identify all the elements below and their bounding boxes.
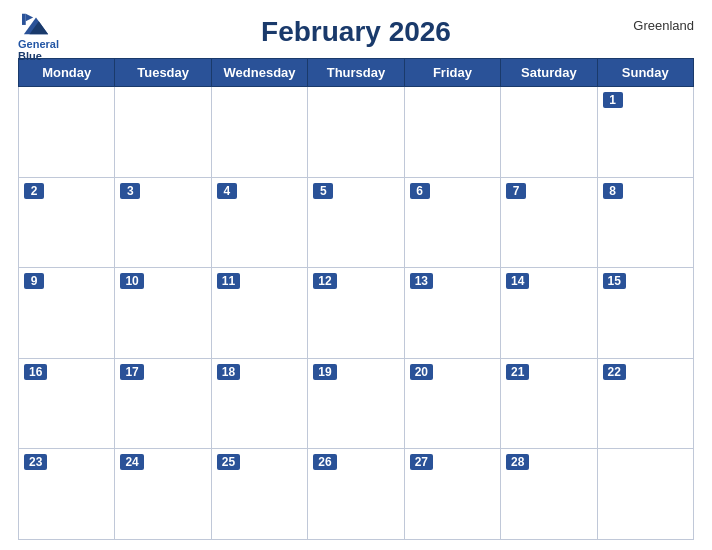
- svg-rect-3: [22, 14, 26, 25]
- calendar-cell: 15: [597, 268, 693, 359]
- day-number: 19: [313, 364, 336, 380]
- day-number: 13: [410, 273, 433, 289]
- calendar-week-row: 1: [19, 87, 694, 178]
- calendar-cell: 9: [19, 268, 115, 359]
- day-number: 27: [410, 454, 433, 470]
- day-number: 6: [410, 183, 430, 199]
- calendar-week-row: 232425262728: [19, 449, 694, 540]
- day-number: 3: [120, 183, 140, 199]
- calendar-cell: 20: [404, 358, 500, 449]
- day-number: 28: [506, 454, 529, 470]
- calendar-cell: 24: [115, 449, 211, 540]
- region-label: Greenland: [633, 18, 694, 33]
- calendar-week-row: 16171819202122: [19, 358, 694, 449]
- calendar-cell: 2: [19, 177, 115, 268]
- calendar-cell: 11: [211, 268, 307, 359]
- day-number: 18: [217, 364, 240, 380]
- day-number: 17: [120, 364, 143, 380]
- calendar-cell: 14: [501, 268, 597, 359]
- day-number: 7: [506, 183, 526, 199]
- day-number: 20: [410, 364, 433, 380]
- calendar-cell: 8: [597, 177, 693, 268]
- calendar-cell: [501, 87, 597, 178]
- day-number: 15: [603, 273, 626, 289]
- calendar-cell: 10: [115, 268, 211, 359]
- calendar-cell: 21: [501, 358, 597, 449]
- day-number: 4: [217, 183, 237, 199]
- calendar-header-row: Monday Tuesday Wednesday Thursday Friday…: [19, 59, 694, 87]
- day-number: 8: [603, 183, 623, 199]
- day-number: 16: [24, 364, 47, 380]
- calendar-cell: 1: [597, 87, 693, 178]
- day-number: 2: [24, 183, 44, 199]
- day-number: 9: [24, 273, 44, 289]
- weekday-friday: Friday: [404, 59, 500, 87]
- calendar-cell: 6: [404, 177, 500, 268]
- calendar-cell: 3: [115, 177, 211, 268]
- day-number: 10: [120, 273, 143, 289]
- calendar-cell: 23: [19, 449, 115, 540]
- day-number: 14: [506, 273, 529, 289]
- calendar-cell: [404, 87, 500, 178]
- calendar-body: 1234567891011121314151617181920212223242…: [19, 87, 694, 540]
- calendar-cell: 26: [308, 449, 404, 540]
- day-number: 5: [313, 183, 333, 199]
- calendar-cell: 22: [597, 358, 693, 449]
- calendar-cell: [211, 87, 307, 178]
- calendar-cell: 13: [404, 268, 500, 359]
- day-number: 11: [217, 273, 240, 289]
- weekday-sunday: Sunday: [597, 59, 693, 87]
- calendar-cell: 19: [308, 358, 404, 449]
- day-number: 23: [24, 454, 47, 470]
- calendar-cell: 18: [211, 358, 307, 449]
- day-number: 22: [603, 364, 626, 380]
- day-number: 21: [506, 364, 529, 380]
- calendar-cell: 28: [501, 449, 597, 540]
- day-number: 12: [313, 273, 336, 289]
- calendar-cell: 16: [19, 358, 115, 449]
- calendar-cell: [19, 87, 115, 178]
- calendar-cell: [597, 449, 693, 540]
- calendar-table: Monday Tuesday Wednesday Thursday Friday…: [18, 58, 694, 540]
- weekday-wednesday: Wednesday: [211, 59, 307, 87]
- weekday-monday: Monday: [19, 59, 115, 87]
- calendar-cell: 25: [211, 449, 307, 540]
- calendar-header: General Blue February 2026 Greenland: [18, 10, 694, 52]
- logo-icon: [18, 10, 54, 38]
- calendar-cell: [308, 87, 404, 178]
- calendar-cell: 27: [404, 449, 500, 540]
- calendar-cell: [115, 87, 211, 178]
- calendar-cell: 5: [308, 177, 404, 268]
- calendar-wrapper: General Blue February 2026 Greenland Mon…: [0, 0, 712, 550]
- logo-text: General Blue: [18, 38, 59, 62]
- calendar-cell: 17: [115, 358, 211, 449]
- calendar-cell: 12: [308, 268, 404, 359]
- calendar-week-row: 9101112131415: [19, 268, 694, 359]
- day-number: 1: [603, 92, 623, 108]
- logo: General Blue: [18, 10, 59, 62]
- day-number: 26: [313, 454, 336, 470]
- weekday-saturday: Saturday: [501, 59, 597, 87]
- calendar-cell: 7: [501, 177, 597, 268]
- weekday-row: Monday Tuesday Wednesday Thursday Friday…: [19, 59, 694, 87]
- day-number: 24: [120, 454, 143, 470]
- day-number: 25: [217, 454, 240, 470]
- weekday-thursday: Thursday: [308, 59, 404, 87]
- month-title: February 2026: [261, 16, 451, 48]
- calendar-week-row: 2345678: [19, 177, 694, 268]
- calendar-cell: 4: [211, 177, 307, 268]
- weekday-tuesday: Tuesday: [115, 59, 211, 87]
